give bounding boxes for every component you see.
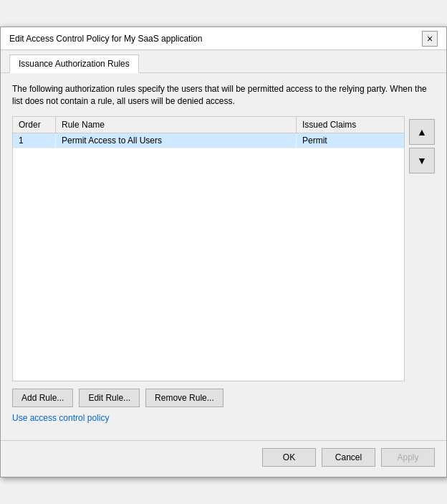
- cell-order: 1: [13, 133, 56, 148]
- bottom-buttons: Add Rule... Edit Rule... Remove Rule...: [12, 389, 435, 407]
- move-up-button[interactable]: ▲: [409, 119, 435, 145]
- title-bar: Edit Access Control Policy for My SaaS a…: [1, 27, 446, 50]
- description-text: The following authorization rules specif…: [12, 83, 435, 108]
- dialog-title: Edit Access Control Policy for My SaaS a…: [9, 34, 202, 44]
- edit-rule-button[interactable]: Edit Rule...: [79, 389, 140, 407]
- access-control-policy-link[interactable]: Use access control policy: [12, 413, 109, 423]
- apply-button[interactable]: Apply: [381, 448, 435, 467]
- col-header-rulename: Rule Name: [56, 117, 297, 133]
- close-button[interactable]: ×: [422, 31, 438, 47]
- main-layout: Order Rule Name Issued Claims 1 Permit A…: [12, 116, 435, 381]
- table-row[interactable]: 1 Permit Access to All Users Permit: [13, 133, 404, 148]
- table-header: Order Rule Name Issued Claims: [13, 117, 404, 133]
- up-arrow-icon: ▲: [417, 126, 427, 138]
- side-buttons: ▲ ▼: [409, 116, 435, 381]
- tab-issuance-auth-rules[interactable]: Issuance Authorization Rules: [9, 54, 139, 73]
- table-body: 1 Permit Access to All Users Permit: [13, 133, 404, 381]
- col-header-claims: Issued Claims: [297, 117, 404, 133]
- dialog: Edit Access Control Policy for My SaaS a…: [0, 27, 447, 477]
- ok-button[interactable]: OK: [262, 448, 316, 467]
- dialog-footer: OK Cancel Apply: [1, 440, 446, 477]
- cell-claims: Permit: [297, 133, 404, 148]
- down-arrow-icon: ▼: [417, 155, 427, 166]
- rules-table: Order Rule Name Issued Claims 1 Permit A…: [12, 116, 405, 381]
- content-area: The following authorization rules specif…: [1, 73, 446, 433]
- move-down-button[interactable]: ▼: [409, 148, 435, 173]
- remove-rule-button[interactable]: Remove Rule...: [145, 389, 224, 407]
- col-header-order: Order: [13, 117, 56, 133]
- cell-rulename: Permit Access to All Users: [56, 133, 297, 148]
- cancel-button[interactable]: Cancel: [322, 448, 375, 467]
- add-rule-button[interactable]: Add Rule...: [12, 389, 73, 407]
- tab-bar: Issuance Authorization Rules: [1, 50, 446, 73]
